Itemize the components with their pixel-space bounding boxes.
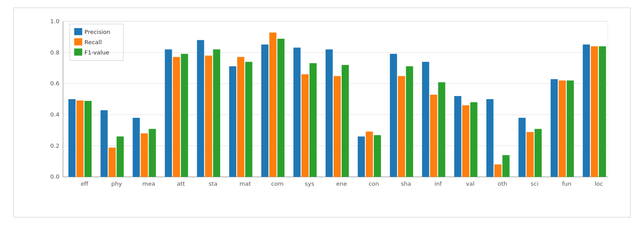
chart-area: 0.0 0.2 0.4 0.6 0.8 1.0 [41, 17, 617, 195]
bar-oth-f1 [502, 155, 509, 177]
y-label-04: 0.4 [50, 111, 59, 118]
bar-phy-precision [101, 110, 108, 177]
x-label-fun: fun [562, 180, 572, 187]
x-label-eff: eff [80, 180, 89, 187]
legend-precision-swatch [74, 28, 82, 35]
bar-sci-f1 [534, 129, 542, 177]
bar-fun-f1 [567, 80, 574, 177]
x-label-phy: phy [111, 180, 122, 187]
legend-recall-label: Recall [85, 39, 102, 46]
chart-svg: 0.0 0.2 0.4 0.6 0.8 1.0 [41, 17, 617, 195]
bar-ene-precision [326, 50, 333, 177]
bar-inf-recall [430, 95, 437, 177]
bar-loc-recall [591, 46, 598, 177]
bar-sys-recall [301, 74, 309, 177]
bar-mea-precision [133, 118, 140, 177]
bar-sha-f1 [406, 66, 413, 177]
bar-con-precision [358, 137, 365, 177]
y-label-02: 0.2 [50, 142, 59, 149]
bar-inf-precision [422, 62, 429, 177]
bar-loc-f1 [599, 46, 606, 177]
x-label-mat: mat [239, 180, 251, 187]
x-label-oth: oth [498, 180, 507, 187]
bar-eff-recall [76, 100, 84, 177]
bar-sci-recall [526, 132, 534, 177]
x-label-ene: ene [336, 180, 347, 187]
legend-precision-label: Precision [85, 29, 110, 35]
legend-f1-swatch [74, 49, 82, 56]
bar-inf-f1 [438, 82, 445, 177]
x-label-sci: sci [531, 180, 538, 187]
bar-com-precision [261, 45, 268, 177]
bar-phy-f1 [117, 137, 124, 177]
bar-fun-precision [551, 79, 558, 177]
bar-ene-recall [334, 76, 341, 177]
bar-val-f1 [470, 102, 478, 177]
chart-container: 0.0 0.2 0.4 0.6 0.8 1.0 [13, 8, 631, 217]
bar-oth-recall [494, 164, 501, 177]
x-label-sta: sta [209, 180, 218, 187]
bar-sta-precision [197, 40, 204, 177]
y-label-08: 0.8 [50, 49, 59, 56]
bar-sha-recall [398, 76, 405, 177]
bar-mea-f1 [149, 129, 156, 177]
bar-eff-precision [68, 99, 76, 177]
legend-f1-label: F1-value [85, 49, 109, 56]
bar-con-f1 [374, 135, 381, 177]
x-label-att: att [177, 180, 185, 187]
y-label-10: 1.0 [50, 18, 59, 25]
bar-ene-f1 [342, 65, 349, 177]
y-label-0: 0.0 [50, 173, 59, 180]
bar-val-precision [454, 96, 462, 177]
bar-phy-recall [109, 148, 116, 177]
bar-fun-recall [559, 80, 566, 177]
y-label-06: 0.6 [50, 80, 59, 87]
bar-com-recall [269, 33, 276, 177]
bar-sha-precision [390, 54, 397, 177]
bar-sys-precision [293, 48, 301, 177]
bar-com-f1 [277, 39, 284, 177]
bar-eff-f1 [85, 101, 92, 177]
x-label-val: val [466, 180, 475, 187]
bar-sta-f1 [213, 50, 220, 177]
bar-mat-precision [229, 66, 236, 177]
bar-oth-precision [486, 99, 493, 177]
x-label-sha: sha [401, 180, 411, 187]
x-label-com: com [271, 180, 284, 187]
bar-mea-recall [141, 133, 148, 177]
bar-sys-f1 [309, 63, 317, 177]
bar-att-recall [173, 57, 180, 177]
bar-mat-f1 [245, 62, 252, 177]
bar-att-precision [165, 50, 172, 177]
x-label-loc: loc [595, 180, 603, 187]
x-label-sys: sys [305, 180, 314, 187]
bar-con-recall [366, 132, 373, 177]
bar-sta-recall [205, 56, 212, 177]
bar-loc-precision [583, 45, 590, 177]
bar-sci-precision [518, 118, 525, 177]
x-label-inf: inf [434, 180, 442, 187]
bar-val-recall [462, 105, 470, 177]
bar-mat-recall [237, 57, 244, 177]
x-label-mea: mea [142, 180, 155, 187]
legend-recall-swatch [74, 38, 82, 46]
x-label-con: con [369, 180, 379, 187]
bar-att-f1 [181, 54, 188, 177]
